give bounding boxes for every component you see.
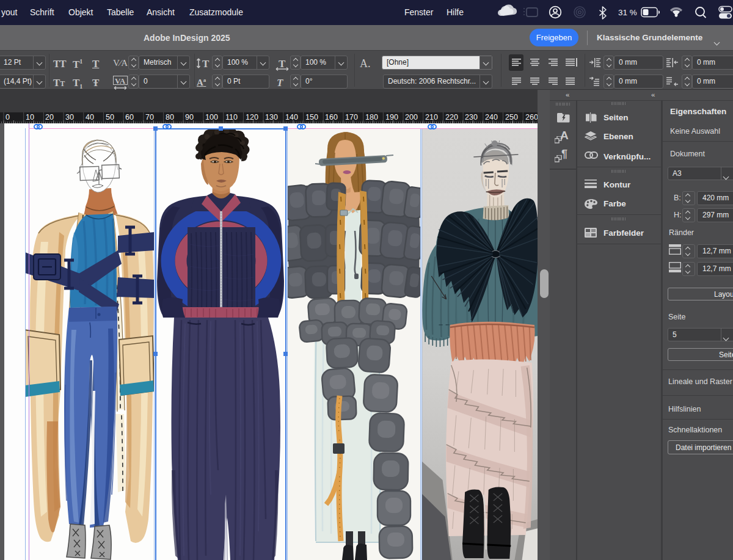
- svg-text:31 %: 31 %: [618, 8, 637, 17]
